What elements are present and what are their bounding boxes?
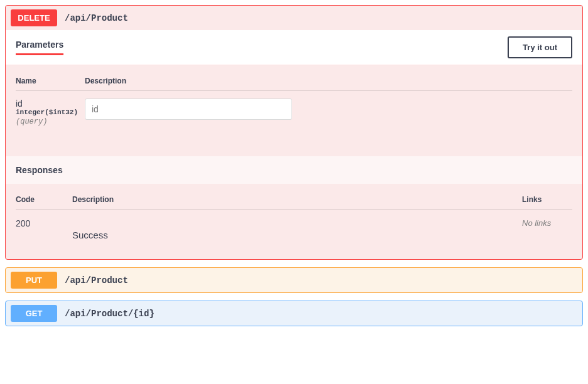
responses-header: Responses: [6, 156, 582, 184]
path-delete: /api/Product: [65, 13, 128, 23]
method-badge-put: PUT: [11, 272, 57, 289]
method-badge-delete: DELETE: [11, 9, 57, 26]
opblock-body-delete: Parameters Try it out Name Description i…: [6, 30, 582, 259]
path-get: /api/Product/{id}: [65, 309, 155, 319]
param-head-name: Name: [16, 77, 85, 85]
parameters-container: Name Description id integer($int32) (que…: [6, 65, 582, 156]
opblock-summary-delete[interactable]: DELETE /api/Product: [6, 6, 582, 30]
param-row: id integer($int32) (query): [16, 99, 572, 126]
opblock-summary-put[interactable]: PUT /api/Product: [6, 268, 582, 292]
responses-title: Responses: [16, 165, 63, 175]
method-badge-get: GET: [11, 305, 57, 322]
responses-container: Code Description Links 200 Success No li…: [6, 184, 582, 259]
resp-head-description: Description: [72, 195, 522, 204]
param-table-head: Name Description: [16, 77, 572, 91]
parameters-title: Parameters: [16, 40, 63, 55]
opblock-delete: DELETE /api/Product Parameters Try it ou…: [5, 5, 583, 260]
opblock-put: PUT /api/Product: [5, 267, 583, 293]
parameters-header: Parameters Try it out: [6, 30, 582, 65]
param-head-description: Description: [85, 77, 126, 85]
resp-row: 200 Success No links: [16, 218, 572, 240]
resp-head-links: Links: [522, 195, 572, 204]
param-id-input[interactable]: [85, 99, 292, 120]
param-name-cell: id integer($int32) (query): [16, 99, 85, 126]
resp-links: No links: [522, 218, 572, 228]
path-put: /api/Product: [65, 275, 128, 285]
param-in: (query): [16, 117, 85, 126]
param-type: integer($int32): [16, 109, 85, 116]
try-it-out-button[interactable]: Try it out: [508, 36, 572, 58]
resp-description: Success: [72, 218, 522, 240]
opblock-get: GET /api/Product/{id}: [5, 301, 583, 326]
param-desc-cell: [85, 99, 292, 120]
opblock-summary-get[interactable]: GET /api/Product/{id}: [6, 301, 582, 326]
resp-head-code: Code: [16, 195, 72, 204]
param-name: id: [16, 99, 85, 109]
resp-code: 200: [16, 218, 72, 228]
resp-table-head: Code Description Links: [16, 195, 572, 210]
